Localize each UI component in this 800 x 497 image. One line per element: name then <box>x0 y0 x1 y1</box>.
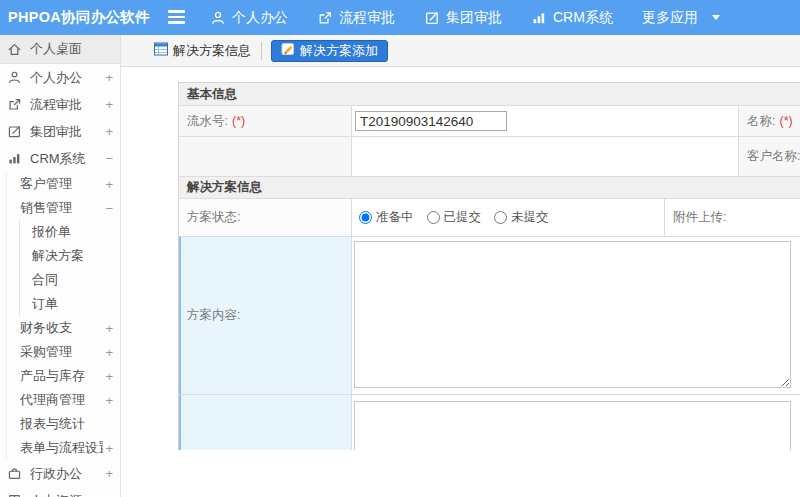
solution-content-label: 方案内容: <box>179 237 351 394</box>
sidebar-item-finance[interactable]: 财务收支+ <box>7 316 120 340</box>
tab-divider <box>261 42 262 60</box>
expand-plus-icon[interactable]: + <box>103 177 113 192</box>
edit-square-icon <box>424 10 440 26</box>
sidebar-item-form-flow-setup[interactable]: 表单与流程设置+ <box>7 436 120 460</box>
serial-number-label: 流水号:(*) <box>179 106 351 136</box>
solution-add-button-label: 解决方案添加 <box>300 42 378 60</box>
status-option-1[interactable]: 准备中 <box>359 209 414 226</box>
topnav-item-label: 个人办公 <box>232 9 288 27</box>
customer-feedback-textarea[interactable] <box>354 401 791 450</box>
sidebar-item-label: 销售管理 <box>20 199 72 217</box>
sidebar-item-quotation[interactable]: 报价单 <box>20 220 120 244</box>
topnav-item-personal-office[interactable]: 个人办公 <box>210 9 288 27</box>
sidebar-item-workflow-approval[interactable]: 流程审批+ <box>0 91 120 118</box>
topnav-item-workflow-approval[interactable]: 流程审批 <box>317 9 395 27</box>
empty-field-cell <box>351 137 738 176</box>
topnav-item-group-approval[interactable]: 集团审批 <box>424 9 502 27</box>
form-row-customer: 客户名称:(*) <box>179 136 800 176</box>
solution-content-cell <box>351 237 800 394</box>
topnav-item-label: 集团审批 <box>446 9 502 27</box>
solution-content-textarea[interactable] <box>354 241 791 388</box>
sidebar-item-label: 行政办公 <box>30 465 82 483</box>
expand-plus-icon[interactable]: + <box>103 321 113 336</box>
form-row-feedback: 客户反馈: <box>179 394 800 450</box>
topnav-item-more-apps[interactable]: 更多应用 <box>642 9 720 27</box>
collapse-minus-icon[interactable]: − <box>103 151 113 166</box>
topnav-item-label: 更多应用 <box>642 9 698 27</box>
topnav-item-crm-system[interactable]: CRM系统 <box>531 9 613 27</box>
sidebar-item-customer-mgmt[interactable]: 客户管理+ <box>7 172 120 196</box>
sidebar-item-hr[interactable]: 人力资源+ <box>0 487 120 497</box>
sidebar-item-order[interactable]: 订单 <box>20 292 120 316</box>
sidebar-item-solution[interactable]: 解决方案 <box>20 244 120 268</box>
sidebar-item-label: 报价单 <box>32 223 71 241</box>
sidebar-item-sales-mgmt[interactable]: 销售管理− <box>7 196 120 220</box>
expand-plus-icon[interactable]: + <box>103 441 113 456</box>
expand-plus-icon[interactable]: + <box>103 466 113 481</box>
attachment-upload-label: 附件上传: <box>664 199 800 236</box>
sidebar-item-label: 表单与流程设置 <box>20 439 103 457</box>
expand-plus-icon[interactable]: + <box>103 124 113 139</box>
status-option-3[interactable]: 未提交 <box>494 209 549 226</box>
menu-toggle-icon[interactable] <box>168 10 186 25</box>
sidebar-item-label: 流程审批 <box>30 96 82 114</box>
customer-feedback-cell <box>351 395 800 450</box>
flow-icon <box>7 97 22 112</box>
sidebar-item-agent-mgmt[interactable]: 代理商管理+ <box>7 388 120 412</box>
required-mark: (*) <box>779 114 792 128</box>
collapse-minus-icon[interactable]: − <box>103 201 113 216</box>
sidebar-item-product-stock[interactable]: 产品与库存+ <box>7 364 120 388</box>
sidebar-item-admin-office[interactable]: 行政办公+ <box>0 460 120 487</box>
status-radio[interactable] <box>359 211 372 224</box>
section-header-basic-info: 基本信息 <box>179 83 800 105</box>
edit-square-icon <box>7 124 22 139</box>
status-option-2[interactable]: 已提交 <box>427 209 482 226</box>
home-icon <box>7 42 22 57</box>
sidebar-item-label: 个人办公 <box>30 69 82 87</box>
expand-plus-icon[interactable]: + <box>103 369 113 384</box>
sidebar-item-label: 财务收支 <box>20 319 72 337</box>
sidebar-item-label: 采购管理 <box>20 343 72 361</box>
expand-plus-icon[interactable]: + <box>103 345 113 360</box>
sidebar-item-group-approval[interactable]: 集团审批+ <box>0 118 120 145</box>
topbar: PHPOA协同办公软件 个人办公流程审批集团审批CRM系统更多应用 <box>0 0 800 35</box>
bar-chart-icon <box>7 151 22 166</box>
sidebar-item-label: 集团审批 <box>30 123 82 141</box>
sidebar-item-report-stats[interactable]: 报表与统计 <box>7 412 120 436</box>
expand-plus-icon[interactable]: + <box>103 70 113 85</box>
sidebar-item-purchasing[interactable]: 采购管理+ <box>7 340 120 364</box>
status-options-cell: 准备中已提交未提交 <box>351 199 664 236</box>
main-content: 解决方案信息 解决方案添加 基本信息 流水号:(*) <box>121 35 800 497</box>
sidebar-item-label: CRM系统 <box>30 150 86 168</box>
sidebar-item-personal-desktop[interactable]: 个人桌面 <box>0 35 120 64</box>
topnav-item-label: 流程审批 <box>339 9 395 27</box>
sidebar-item-crm-system[interactable]: CRM系统− <box>0 145 120 172</box>
serial-number-cell <box>351 106 738 136</box>
flow-icon <box>317 10 333 26</box>
solution-add-button[interactable]: 解决方案添加 <box>271 40 388 62</box>
status-radio-group: 准备中已提交未提交 <box>352 199 664 236</box>
form-row-serial: 流水号:(*) 名称:(*) <box>179 105 800 136</box>
submenu-sales-mgmt: 报价单解决方案合同订单 <box>19 220 120 316</box>
sidebar-item-label: 人力资源 <box>30 492 82 497</box>
expand-plus-icon[interactable]: + <box>103 97 113 112</box>
status-radio[interactable] <box>494 211 507 224</box>
expand-plus-icon[interactable]: + <box>103 393 113 408</box>
pencil-page-icon <box>281 42 295 59</box>
name-label: 名称:(*) <box>738 106 800 136</box>
form-row-status: 方案状态: 准备中已提交未提交 附件上传: <box>179 198 800 236</box>
sidebar-item-label: 解决方案 <box>32 247 84 265</box>
expand-plus-icon[interactable]: + <box>103 493 113 497</box>
status-radio[interactable] <box>427 211 440 224</box>
bar-chart-icon <box>531 10 547 26</box>
topnav-item-label: CRM系统 <box>553 9 613 27</box>
serial-number-input[interactable] <box>355 111 507 131</box>
sidebar-item-contract[interactable]: 合同 <box>20 268 120 292</box>
sidebar-item-label: 个人桌面 <box>30 40 82 58</box>
tab-solution-info[interactable]: 解决方案信息 <box>154 42 251 60</box>
status-label: 方案状态: <box>179 199 351 236</box>
app-logo: PHPOA协同办公软件 <box>8 0 150 35</box>
tab-strip: 解决方案信息 解决方案添加 <box>121 35 800 67</box>
sidebar-item-personal-office[interactable]: 个人办公+ <box>0 64 120 91</box>
tab-solution-info-label: 解决方案信息 <box>173 42 251 60</box>
